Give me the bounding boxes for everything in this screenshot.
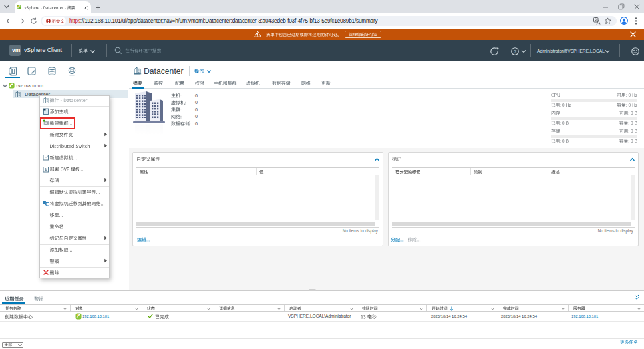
svg-text:?: ? <box>514 49 516 55</box>
